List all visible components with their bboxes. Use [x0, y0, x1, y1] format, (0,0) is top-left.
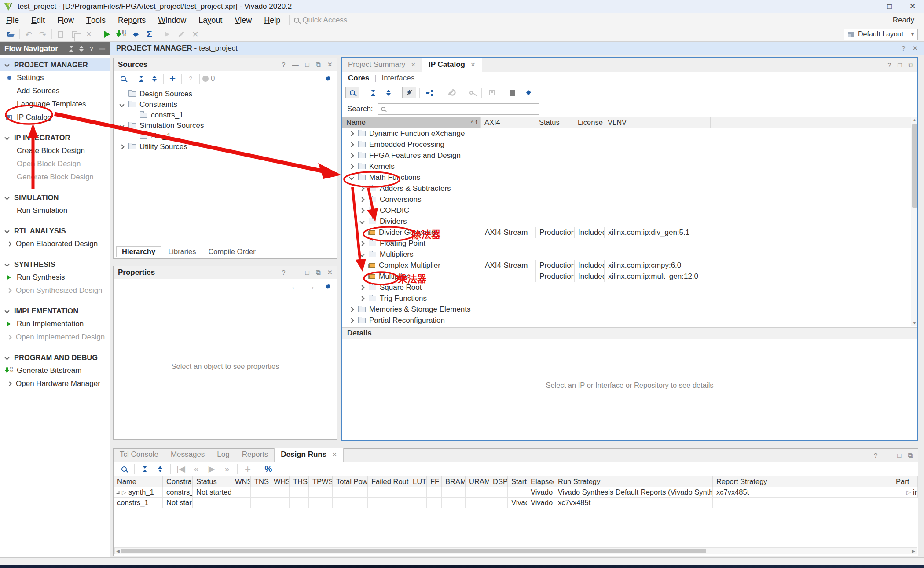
- chevron-right-icon[interactable]: [359, 209, 365, 212]
- menu-file[interactable]: File: [0, 13, 25, 27]
- runs-column-run-strategy[interactable]: Run Strategy: [554, 476, 713, 487]
- close-tab-icon[interactable]: ✕: [332, 451, 337, 458]
- float-panel-icon[interactable]: ⧉: [908, 61, 913, 69]
- chevron-right-icon[interactable]: [359, 286, 365, 289]
- undo-button[interactable]: ↶: [22, 29, 36, 40]
- help-icon[interactable]: ?: [282, 61, 285, 69]
- chevron-down-icon[interactable]: [359, 253, 365, 256]
- tab-ip-catalog[interactable]: IP Catalog✕: [422, 58, 482, 72]
- tab-reports[interactable]: Reports: [236, 448, 275, 462]
- chevron-down-icon[interactable]: [359, 220, 365, 223]
- tab-hierarchy[interactable]: Hierarchy: [116, 246, 161, 257]
- sidebar-item-open-hardware-manager[interactable]: Open Hardware Manager: [0, 377, 110, 390]
- ip-row-fpga-features-and-design[interactable]: FPGA Features and Design: [342, 150, 711, 161]
- column-header-status[interactable]: Status: [535, 117, 574, 128]
- chevron-right-icon[interactable]: [348, 154, 355, 157]
- report-summary-button[interactable]: Σ: [142, 29, 156, 40]
- settings-button[interactable]: [128, 29, 142, 40]
- source-tree-item[interactable]: Simulation Sources: [114, 120, 337, 131]
- chevron-down-icon[interactable]: [117, 491, 120, 494]
- run-expand-icon[interactable]: ▷: [906, 489, 911, 495]
- ip-row-kernels[interactable]: Kernels: [342, 161, 711, 172]
- help-icon[interactable]: ?: [282, 269, 285, 277]
- help-icon[interactable]: ?: [902, 44, 905, 52]
- chevron-right-icon[interactable]: [359, 187, 365, 190]
- chevron-right-icon[interactable]: [348, 319, 355, 322]
- sidebar-item-settings[interactable]: Settings: [0, 71, 110, 84]
- vertical-scrollbar[interactable]: ▲ ▼: [911, 117, 917, 326]
- menu-edit[interactable]: Edit: [25, 13, 51, 27]
- tab-project-summary[interactable]: Project Summary✕: [342, 58, 422, 72]
- create-run-button[interactable]: +: [241, 463, 255, 475]
- float-panel-icon[interactable]: ⧉: [316, 269, 321, 277]
- sidebar-item-run-implementation[interactable]: Run Implementation: [0, 317, 110, 331]
- paste-button[interactable]: [68, 29, 82, 40]
- source-tree-item[interactable]: Constraints: [114, 99, 337, 110]
- open-project-button[interactable]: [4, 29, 18, 40]
- minimize-panel-icon[interactable]: —: [99, 45, 105, 52]
- sidebar-item-language-templates[interactable]: Language Templates: [0, 98, 110, 111]
- ip-row-embedded-processing[interactable]: Embedded Processing: [342, 139, 711, 150]
- ip-row-dividers[interactable]: Dividers: [342, 216, 711, 227]
- ip-row-dynamic-function-exchange[interactable]: Dynamic Function eXchange: [342, 128, 711, 139]
- runs-column-elapsed[interactable]: Elapsed: [527, 476, 554, 487]
- ip-row-divider-generator[interactable]: Divider GeneratorAXI4-StreamProductionIn…: [342, 227, 711, 238]
- group-by-hierarchy-button[interactable]: [423, 87, 437, 98]
- column-header-name[interactable]: Name^ 1: [342, 117, 481, 128]
- maximize-button[interactable]: □: [878, 0, 901, 13]
- redo-button[interactable]: ↷: [36, 29, 50, 40]
- runs-column-wns[interactable]: WNS: [231, 476, 251, 487]
- runs-column-dsp[interactable]: DSP: [489, 476, 508, 487]
- tab-tcl-console[interactable]: Tcl Console: [114, 448, 165, 462]
- maximize-panel-icon[interactable]: □: [305, 269, 309, 277]
- run-expand-icon[interactable]: ▷: [122, 489, 126, 495]
- ip-row-cordic[interactable]: CORDIC: [342, 205, 711, 216]
- close-panel-icon[interactable]: ✕: [327, 61, 333, 69]
- chevron-right-icon[interactable]: [359, 198, 365, 201]
- help-icon[interactable]: ?: [887, 61, 891, 69]
- run-button[interactable]: [100, 29, 114, 40]
- expand-all-button[interactable]: [148, 73, 161, 84]
- runs-column-lut[interactable]: LUT: [409, 476, 427, 487]
- run-row-name[interactable]: ▷synth_1: [114, 487, 163, 498]
- help-icon[interactable]: ?: [874, 451, 877, 459]
- close-icon[interactable]: ✕: [912, 44, 918, 52]
- sidebar-section-rtl-analysis[interactable]: RTL ANALYSIS: [0, 224, 110, 237]
- source-tree-item[interactable]: Design Sources: [114, 89, 337, 99]
- menu-flow[interactable]: Flow: [51, 13, 80, 27]
- delete-button[interactable]: ×: [82, 29, 96, 40]
- column-header-vlnv[interactable]: VLNV: [604, 117, 711, 128]
- chevron-right-icon[interactable]: [359, 242, 365, 245]
- menu-view[interactable]: View: [228, 13, 258, 27]
- runs-column-uram[interactable]: URAM: [466, 476, 489, 487]
- menu-window[interactable]: Window: [152, 13, 192, 27]
- runs-column-start[interactable]: Start: [508, 476, 527, 487]
- collapse-all-button[interactable]: [366, 87, 380, 98]
- maximize-panel-icon[interactable]: □: [305, 61, 309, 69]
- search-button[interactable]: [345, 87, 359, 98]
- sidebar-item-add-sources[interactable]: Add Sources: [0, 84, 110, 98]
- menu-layout[interactable]: Layout: [192, 13, 228, 27]
- runs-column-whs[interactable]: WHS: [270, 476, 290, 487]
- ip-row-conversions[interactable]: Conversions: [342, 194, 711, 205]
- close-tab-icon[interactable]: ✕: [411, 61, 416, 68]
- menu-help[interactable]: Help: [258, 13, 286, 27]
- sidebar-item-generate-bitstream[interactable]: 0110Generate Bitstream: [0, 364, 110, 377]
- runs-column-status[interactable]: Status: [193, 476, 231, 487]
- chevron-right-icon[interactable]: [348, 132, 355, 135]
- help-icon[interactable]: ?: [89, 45, 93, 52]
- chevron-right-icon[interactable]: [348, 165, 355, 168]
- add-sources-button[interactable]: +: [166, 73, 179, 84]
- scroll-down-icon[interactable]: ▼: [911, 320, 918, 326]
- tab-design-runs[interactable]: Design Runs✕: [274, 448, 344, 462]
- run-row-name[interactable]: ▷impl_1: [892, 487, 918, 498]
- sidebar-item-ip-catalog[interactable]: IP Catalog: [0, 111, 110, 124]
- horizontal-scrollbar[interactable]: ◀ ▶: [114, 547, 917, 554]
- sidebar-section-ip-integrator[interactable]: IP INTEGRATOR: [0, 131, 110, 144]
- minimize-button[interactable]: —: [855, 0, 878, 13]
- float-panel-icon[interactable]: ⧉: [316, 61, 321, 69]
- layout-selector[interactable]: Default Layout ▾: [844, 29, 918, 40]
- ip-row-memories-storage-elements[interactable]: Memories & Storage Elements: [342, 304, 711, 315]
- menu-reports[interactable]: Reports: [112, 13, 152, 27]
- close-tab-icon[interactable]: ✕: [470, 61, 476, 68]
